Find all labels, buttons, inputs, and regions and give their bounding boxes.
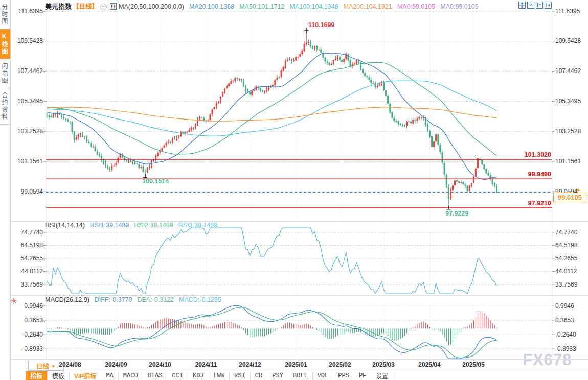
high-annotation: 110.1699 xyxy=(308,21,334,29)
price-axis-label-left: 99.0594 xyxy=(11,188,43,195)
rsi-axis-label-left: 44.0112 xyxy=(11,268,43,275)
rsi-axis-label-right: 54.2655 xyxy=(555,255,587,262)
indicator-tab[interactable]: VIP指标 xyxy=(70,371,101,380)
price-chart-canvas[interactable] xyxy=(0,0,588,380)
macd-value-label: DIFF:-0.3770 xyxy=(95,296,132,303)
macd-header: MACD(26,12,9)DIFF:-0.3770DEA:-0.3122MACD… xyxy=(45,296,232,303)
rsi-axis-label-right: 74.7740 xyxy=(555,229,587,236)
sidebar-tab-active[interactable]: K线图 xyxy=(0,29,10,59)
macd-title: MACD(26,12,9) xyxy=(45,296,89,303)
rsi-value-label: RSI2:39.1489 xyxy=(134,222,173,229)
rsi-values: RSI1:39.1489RSI2:39.1489RSI3:39.1489 xyxy=(90,222,222,229)
indicator-tab[interactable]: CR xyxy=(251,371,267,380)
xaxis-month-label: 2025/05 xyxy=(457,361,490,368)
price-level-label: 101.3020 xyxy=(525,151,551,158)
indicator-tab[interactable]: RSI xyxy=(230,371,251,380)
price-axis-label-left: 111.6395 xyxy=(11,8,43,15)
current-price-badge: 99.0105 xyxy=(553,193,586,202)
period-label: 日线 xyxy=(36,361,49,371)
rsi-macd-divider xyxy=(10,295,588,296)
ma-value-label: MA0:99.0105 xyxy=(397,3,435,10)
xaxis-month-label: 2025/03 xyxy=(367,361,400,368)
main-chart-header: 美元指数【日线】−MA(20,50,100,200,0,0)MA20:100.1… xyxy=(45,1,489,11)
sidebar-tab-item[interactable]: 合约资料 xyxy=(0,88,10,125)
indicator-tab[interactable]: BIAS xyxy=(143,371,168,380)
rsi-axis-label-left: 74.7740 xyxy=(11,229,43,236)
macd-axis-label-right: 0.9946 xyxy=(555,302,587,310)
ma-values: MA20:100.1368MA50:101.1712MA100:104.1348… xyxy=(189,3,484,10)
xaxis-month-label: 2024/08 xyxy=(54,361,86,368)
scale-x-axis-icon[interactable] xyxy=(536,2,543,11)
xaxis-month-label: 2024/09 xyxy=(100,361,132,368)
indicator-tab[interactable]: KDJ xyxy=(188,371,209,380)
price-level-label: 97.9210 xyxy=(528,200,551,207)
low-annotation: 100.1514 xyxy=(142,178,169,185)
sidebar-tab-item[interactable]: 分时图 xyxy=(0,0,10,29)
period-tag: 【日线】 xyxy=(73,3,98,10)
macd-axis-label-right: -0.8933 xyxy=(555,345,587,352)
xaxis-month-label: 2025/04 xyxy=(413,361,446,368)
price-axis-label-right: 107.4462 xyxy=(555,67,587,75)
rsi-header: RSI(14,14,14)RSI1:39.1489RSI2:39.1489RSI… xyxy=(45,222,228,229)
indicator-tab[interactable]: VOL xyxy=(313,371,334,380)
indicator-tab[interactable]: 指标 xyxy=(26,371,48,380)
indicator-tab[interactable]: CCI xyxy=(167,371,188,380)
price-axis-label-left: 107.4462 xyxy=(11,67,43,75)
ma-settings-label: MA(20,50,100,200,0,0) xyxy=(119,3,184,10)
pan-crosshair-icon[interactable] xyxy=(518,2,526,11)
indicator-settings-icon[interactable] xyxy=(11,297,17,306)
price-level-label: 99.9490 xyxy=(528,171,551,178)
ma-value-label: MA100:104.1348 xyxy=(289,3,338,10)
xaxis-month-label: 2024/10 xyxy=(144,361,176,368)
macd-axis-label-left: 0.3653 xyxy=(11,317,43,324)
indicator-tab[interactable]: MA xyxy=(101,371,118,380)
indicator-tab[interactable]: MACD xyxy=(119,371,143,380)
rsi-value-label: RSI3:39.1489 xyxy=(178,222,217,229)
rsi-axis-label-left: 54.2655 xyxy=(11,255,43,262)
symbol-title: 美元指数 xyxy=(45,3,72,10)
xaxis-month-label: 2024/11 xyxy=(190,361,222,368)
indicator-tab[interactable]: PF xyxy=(354,371,371,380)
left-sidebar: 分时图K线图闪电图合约资料 xyxy=(0,0,11,359)
chart-toolbar-icons xyxy=(518,2,552,11)
rsi-title: RSI(14,14,14) xyxy=(45,222,85,229)
rsi-axis-label-right: 44.0112 xyxy=(555,268,587,275)
xaxis-month-label: 2025/01 xyxy=(280,361,312,368)
xaxis-month-label: 2025/02 xyxy=(324,361,356,368)
macd-axis-label-left: -0.2640 xyxy=(11,331,43,338)
macd-value-label: MACD:-0.1295 xyxy=(179,296,221,303)
indicator-tab[interactable]: BOLL xyxy=(288,371,313,380)
low-annotation: 97.9229 xyxy=(445,210,468,217)
price-axis-label-left: 103.2528 xyxy=(11,128,43,135)
macd-axis-label-left: -0.8933 xyxy=(11,345,43,352)
sidebar-tab-item[interactable]: 闪电图 xyxy=(0,59,10,88)
scale-y-axis-icon[interactable] xyxy=(527,2,534,11)
price-axis-label-right: 101.1561 xyxy=(555,158,587,165)
indicator-tab[interactable]: 设置 xyxy=(371,371,393,380)
price-axis-label-right: 109.5428 xyxy=(555,37,587,44)
rsi-axis-label-left: 33.7569 xyxy=(11,281,43,288)
rsi-axis-label-right: 33.7569 xyxy=(555,281,587,288)
indicator-tabbar: 指标模板VIP指标MAMACDBIASCCIKDJLW&RSICRPSYBOLL… xyxy=(26,371,588,380)
indicator-tab[interactable]: PPS xyxy=(333,371,354,380)
ma-value-label: MA20:100.1368 xyxy=(189,3,234,10)
price-up-arrow-icon: ▲ xyxy=(576,186,581,192)
macd-values: DIFF:-0.3770DEA:-0.3122MACD:-0.1295 xyxy=(95,296,227,303)
ma-value-label: MA50:101.1712 xyxy=(239,3,284,10)
indicator-tab[interactable]: 模板 xyxy=(48,371,70,380)
candlestick-chart-icon[interactable] xyxy=(110,3,117,11)
rsi-axis-label-right: 64.5198 xyxy=(555,242,587,249)
ma-value-label: MA0:99.0105 xyxy=(440,3,478,10)
indicator-tab[interactable]: LW& xyxy=(209,371,230,380)
watermark: FX678 xyxy=(523,351,572,369)
collapse-icon[interactable]: − xyxy=(100,4,107,10)
price-axis-label-right: 111.6395 xyxy=(555,8,587,15)
indicator-tab[interactable]: PSY xyxy=(267,371,288,380)
rsi-value-label: RSI1:39.1489 xyxy=(90,222,129,229)
price-axis-label-left: 105.3495 xyxy=(11,98,43,105)
chart-application: 分时图K线图闪电图合约资料 FX678 美元指数【日线】−MA(20,50,10… xyxy=(0,0,588,380)
price-axis-label-right: 103.2528 xyxy=(555,128,587,135)
price-axis-label-left: 109.5428 xyxy=(11,37,43,44)
shift-right-icon[interactable] xyxy=(545,2,552,11)
xaxis-month-label: 2024/12 xyxy=(234,361,266,368)
